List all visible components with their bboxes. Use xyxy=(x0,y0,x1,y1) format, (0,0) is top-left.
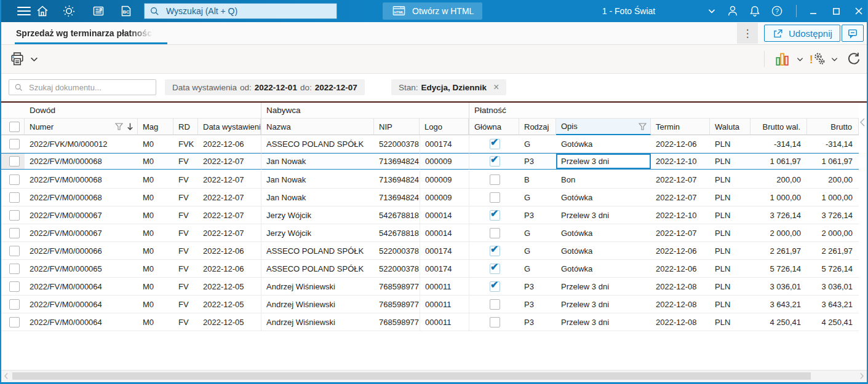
document-search-input[interactable] xyxy=(9,79,156,95)
column-header-brutto[interactable]: Brutto xyxy=(807,119,859,135)
tab-sprzedaz-wg-terminarza[interactable]: Sprzedaż wg terminarza płatności xyxy=(1,22,169,44)
table-row[interactable]: 2022/FV/M0/000064M0FV2022-12-05Andrzej W… xyxy=(1,313,859,331)
cell-waluta[interactable]: PLN xyxy=(710,153,751,170)
chart-button[interactable] xyxy=(774,51,790,67)
band-nabywca[interactable]: Nabywca xyxy=(261,103,469,119)
cell-opis[interactable]: Bon xyxy=(556,171,651,189)
cell-numer[interactable]: 2022/FV/M0/000064 xyxy=(25,296,138,313)
cell-brutto[interactable]: 3 036,01 xyxy=(807,278,859,296)
feedback-comment-button[interactable] xyxy=(842,25,864,42)
cell-nazwa[interactable]: Jerzy Wójcik xyxy=(261,206,374,224)
column-header-numer[interactable]: Numer xyxy=(25,119,138,135)
scrollbar-thumb[interactable] xyxy=(12,372,811,380)
cell-logo[interactable]: 000009 xyxy=(420,189,469,206)
operations-chevron-down-icon[interactable] xyxy=(830,55,838,63)
cell-rodzaj[interactable]: G xyxy=(519,135,556,153)
cell-logo[interactable]: 000011 xyxy=(420,296,469,313)
cell-mag[interactable]: M0 xyxy=(138,242,173,260)
cell-mag[interactable]: M0 xyxy=(138,224,173,242)
cell-termin[interactable]: 2022-12-07 xyxy=(651,171,710,189)
cell-nip[interactable]: 713694824 xyxy=(374,171,420,189)
cell-glowna[interactable] xyxy=(469,135,519,153)
help-icon[interactable]: ? xyxy=(768,2,786,20)
cell-brutto[interactable]: 5 726,14 xyxy=(807,260,859,278)
table-row[interactable]: 2022/FV/M0/000067M0FV2022-12-07Jerzy Wój… xyxy=(1,224,859,242)
cell-waluta[interactable]: PLN xyxy=(710,296,751,313)
cell-numer[interactable]: 2022/FV/M0/000066 xyxy=(25,242,138,260)
cell-brutto[interactable]: 3 643,21 xyxy=(807,296,859,313)
cell-data[interactable]: 2022-12-07 xyxy=(198,206,261,224)
row-select-checkbox[interactable] xyxy=(9,228,20,238)
cell-waluta[interactable]: PLN xyxy=(710,224,751,242)
cell-termin[interactable]: 2022-12-08 xyxy=(651,296,710,313)
cell-rodzaj[interactable]: P3 xyxy=(519,206,556,224)
cell-brutto-wal[interactable]: 200,00 xyxy=(751,171,807,189)
cell-data[interactable]: 2022-12-06 xyxy=(198,135,261,153)
cell-numer[interactable]: 2022/FV/M0/000067 xyxy=(25,224,138,242)
global-search-input[interactable] xyxy=(144,3,337,19)
glowna-checkbox[interactable] xyxy=(490,192,500,203)
glowna-checkbox[interactable] xyxy=(490,139,500,149)
cell-data[interactable]: 2022-12-07 xyxy=(198,171,261,189)
row-select-checkbox[interactable] xyxy=(9,174,20,185)
cell-brutto[interactable]: 2 261,97 xyxy=(807,242,859,260)
row-select-checkbox[interactable] xyxy=(9,317,20,327)
glowna-checkbox[interactable] xyxy=(490,299,500,310)
cell-waluta[interactable]: PLN xyxy=(710,135,751,153)
cell-data[interactable]: 2022-12-07 xyxy=(198,224,261,242)
cell-rodzaj[interactable]: P3 xyxy=(519,313,556,331)
cell-nip[interactable]: 522000378 xyxy=(374,260,420,278)
cell-rd[interactable]: FV xyxy=(173,153,198,170)
news-icon[interactable] xyxy=(89,2,108,20)
cell-brutto[interactable]: 1 061,97 xyxy=(807,153,859,170)
cell-termin[interactable]: 2022-12-07 xyxy=(651,189,710,206)
cell-glowna[interactable] xyxy=(469,224,519,242)
cell-nazwa[interactable]: Jan Nowak xyxy=(261,171,374,189)
cell-nazwa[interactable]: Jerzy Wójcik xyxy=(261,224,374,242)
cell-logo[interactable]: 000174 xyxy=(420,135,469,153)
cell-nip[interactable]: 522000378 xyxy=(374,242,420,260)
cell-brutto-wal[interactable]: 1 061,97 xyxy=(751,153,807,170)
cell-data[interactable]: 2022-12-05 xyxy=(198,296,261,313)
table-row[interactable]: 2022/FV/M0/000067M0FV2022-12-07Jerzy Wój… xyxy=(1,206,859,224)
operations-gear-warning-button[interactable]: ! xyxy=(807,50,826,68)
cell-rd[interactable]: FV xyxy=(173,278,198,296)
state-filter-chip[interactable]: Stan: Edycja, Dziennik × xyxy=(391,79,506,95)
cell-mag[interactable]: M0 xyxy=(138,206,173,224)
cell-logo[interactable]: 000014 xyxy=(420,206,469,224)
cell-termin[interactable]: 2022-12-06 xyxy=(651,260,710,278)
column-header-rodzaj[interactable]: Rodzaj xyxy=(519,119,556,135)
cell-glowna[interactable] xyxy=(469,242,519,260)
cell-glowna[interactable] xyxy=(469,278,519,296)
cell-glowna[interactable] xyxy=(469,189,519,206)
cell-brutto-wal[interactable]: 2 000,00 xyxy=(751,224,807,242)
home-icon[interactable] xyxy=(33,2,52,20)
cell-brutto-wal[interactable]: 2 261,97 xyxy=(751,242,807,260)
user-icon[interactable] xyxy=(723,2,742,20)
cell-glowna[interactable] xyxy=(469,313,519,331)
cell-mag[interactable]: M0 xyxy=(138,153,173,170)
cell-brutto[interactable]: -314,14 xyxy=(807,135,859,153)
cell-logo[interactable]: 000011 xyxy=(420,313,469,331)
cell-rd[interactable]: FV xyxy=(173,206,198,224)
cell-rd[interactable]: FV xyxy=(173,242,198,260)
glowna-checkbox[interactable] xyxy=(490,210,500,221)
cell-termin[interactable]: 2022-12-08 xyxy=(651,278,710,296)
cell-brutto[interactable]: 2 000,00 xyxy=(807,224,859,242)
cell-rodzaj[interactable]: G xyxy=(519,189,556,206)
cell-logo[interactable]: 000014 xyxy=(420,224,469,242)
chart-chevron-down-icon[interactable] xyxy=(796,55,804,63)
refresh-button[interactable] xyxy=(845,51,862,67)
cell-numer[interactable]: 2022/FV/M0/000068 xyxy=(25,171,138,189)
cell-nip[interactable]: 542678818 xyxy=(374,224,420,242)
cell-brutto[interactable]: 3 726,14 xyxy=(807,206,859,224)
cell-data[interactable]: 2022-12-05 xyxy=(198,313,261,331)
cell-brutto-wal[interactable]: 3 643,21 xyxy=(751,296,807,313)
row-select-checkbox[interactable] xyxy=(9,264,20,274)
cell-mag[interactable]: M0 xyxy=(138,260,173,278)
column-header-logo[interactable]: Logo xyxy=(420,119,469,135)
cell-brutto-wal[interactable]: -314,14 xyxy=(751,135,807,153)
table-row[interactable]: 2022/FV/M0/000068M0FV2022-12-07Jan Nowak… xyxy=(1,153,859,171)
table-row[interactable]: 2022/FV/M0/000064M0FV2022-12-05Andrzej W… xyxy=(1,278,859,296)
print-button[interactable] xyxy=(9,50,26,68)
